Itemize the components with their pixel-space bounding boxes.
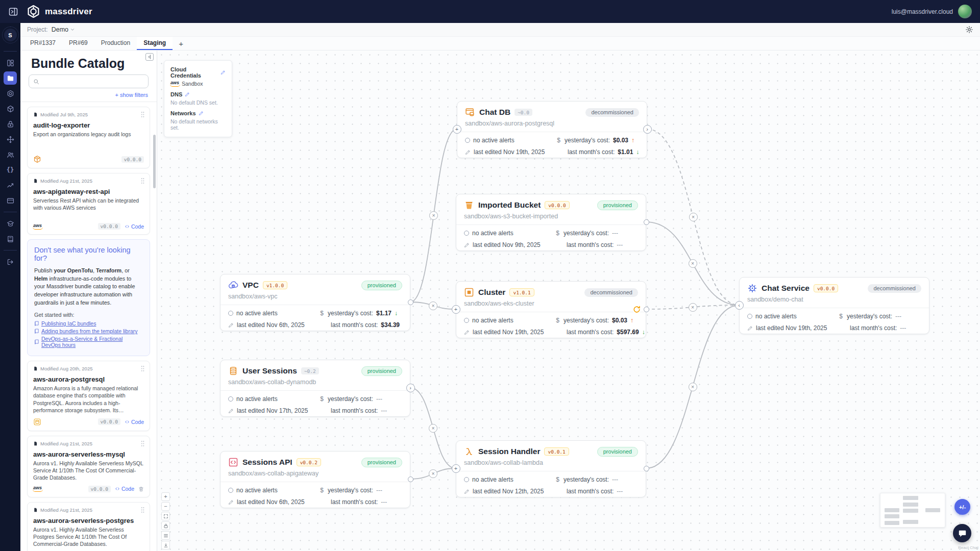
node-header: User Sessions~0.2provisioned: [228, 366, 402, 376]
env-value-text: No default DNS set.: [170, 99, 218, 106]
drag-handle[interactable]: [140, 365, 145, 372]
connector-handle[interactable]: [644, 307, 649, 312]
remove-connection-button[interactable]: ×: [689, 383, 697, 391]
download-button[interactable]: [161, 541, 170, 549]
sidebar-item-learn[interactable]: [4, 217, 17, 230]
sidebar-item-docs[interactable]: [4, 232, 17, 245]
connector-handle[interactable]: [644, 219, 649, 225]
node-title: Cluster: [478, 288, 505, 297]
card-modified: Modified Jul 9th, 2025: [33, 112, 144, 117]
yesterday-label: yesterday's cost:: [328, 310, 373, 317]
remove-connection-button[interactable]: ×: [689, 259, 697, 268]
bundle-card-aws-aurora-postgresql[interactable]: Modified Aug 20th, 2025aws-aurora-postgr…: [27, 361, 150, 431]
search-input[interactable]: [42, 78, 144, 85]
scrollbar-thumb[interactable]: [153, 135, 156, 188]
user-avatar[interactable]: [958, 5, 972, 18]
tab-pr-1337[interactable]: PR#1337: [23, 37, 62, 50]
drag-handle[interactable]: [140, 111, 145, 118]
zoom-in-button[interactable]: +: [161, 492, 170, 501]
show-filters-link[interactable]: + show filters: [115, 92, 148, 98]
drift-warning-icon[interactable]: [632, 305, 641, 314]
connector-handle[interactable]: [644, 466, 649, 471]
alerts-label: no active alerts: [755, 313, 797, 320]
sidebar-item-metrics[interactable]: [4, 179, 17, 192]
bundle-card-aws-aurora-serverless-mysql[interactable]: Modified Aug 21st, 2025aws-aurora-server…: [27, 436, 150, 497]
node-vpc[interactable]: VPCv1.0.0provisionedsandbox/aws-vpcno ac…: [220, 274, 410, 331]
bundle-card-aws-aurora-serverless-postgres[interactable]: Modified Aug 21st, 2025aws-aurora-server…: [27, 502, 150, 551]
expand-connections-button[interactable]: ›: [643, 125, 652, 134]
node-cluster[interactable]: Clusterv1.0.1decommissionedsandbox/aws-e…: [456, 281, 646, 338]
edit-pencil-icon[interactable]: [220, 70, 226, 75]
lock-button[interactable]: [161, 521, 170, 530]
drag-handle[interactable]: [140, 507, 145, 513]
bundle-card-audit-log-exporter[interactable]: Modified Jul 9th, 2025audit-log-exporter…: [27, 107, 150, 168]
infrastructure-canvas[interactable]: Cloud CredentialsawsSandboxDNSNo default…: [157, 51, 980, 551]
delete-bundle-button[interactable]: [138, 486, 144, 492]
sidebar-item-bundles[interactable]: [4, 102, 17, 115]
remove-connection-button[interactable]: ×: [689, 303, 697, 312]
drag-handle[interactable]: [140, 178, 145, 184]
collapse-panel-button[interactable]: [145, 53, 154, 61]
chat-db-icon: [465, 107, 475, 117]
month-cost: last month's cost:---: [555, 488, 638, 495]
add-connection-handle[interactable]: +: [453, 125, 461, 134]
sidebar-item-dashboard[interactable]: [4, 56, 17, 69]
sidebar-item-projects[interactable]: [4, 71, 17, 85]
org-avatar[interactable]: S: [4, 29, 17, 41]
drag-handle[interactable]: [140, 440, 145, 447]
add-connection-handle[interactable]: +: [452, 464, 460, 473]
remove-connection-button[interactable]: ×: [429, 211, 438, 220]
tab-production[interactable]: Production: [94, 37, 137, 50]
sidebar-item-deployments[interactable]: [4, 133, 17, 146]
sidebar-item-logout[interactable]: [4, 255, 17, 268]
version-badge: v0.0.2: [297, 458, 321, 466]
node-imported-bucket[interactable]: Imported Bucketv0.0.0provisionedsandbox/…: [456, 194, 646, 251]
promo-doc-link[interactable]: Publishing IaC bundles: [34, 320, 143, 327]
sidebar-item-secrets[interactable]: [4, 117, 17, 131]
sidebar-item-teams[interactable]: [4, 148, 17, 161]
remove-connection-button[interactable]: ×: [689, 213, 698, 221]
remove-connection-button[interactable]: ×: [429, 424, 437, 433]
bundle-file-icon: [33, 441, 38, 446]
node-user-sessions[interactable]: User Sessions~0.2provisionedsandbox/aws-…: [220, 360, 410, 417]
edit-pencil-icon[interactable]: [185, 92, 190, 97]
chat-button[interactable]: [953, 524, 971, 542]
card-modified: Modified Aug 21st, 2025: [33, 178, 144, 184]
connector-handle[interactable]: [408, 477, 413, 482]
brand-name: massdriver: [45, 7, 92, 17]
promo-doc-link[interactable]: DevOps-as-a-Service & Fractional DevOps …: [34, 336, 143, 348]
node-session-handler[interactable]: Session Handlerv0.0.1provisionedsandbox/…: [456, 440, 646, 497]
last-edited: last edited Nov 6th, 2025: [228, 498, 319, 506]
minimap[interactable]: [880, 493, 945, 528]
sidebar-item-packages[interactable]: [4, 87, 17, 100]
sidebar-item-api[interactable]: {}: [4, 163, 17, 177]
expand-connections-button[interactable]: ›: [406, 384, 415, 392]
node-chat-db[interactable]: Chat DB~0.0decommissionedsandbox/aws-aur…: [457, 101, 647, 158]
remove-connection-button[interactable]: ×: [429, 302, 437, 310]
braces-icon: {}: [7, 166, 14, 173]
remove-connection-button[interactable]: ×: [429, 469, 437, 478]
promo-doc-link[interactable]: Adding bundles from the template library: [34, 328, 143, 334]
edit-pencil-icon[interactable]: [199, 111, 204, 116]
node-chat-service[interactable]: Chat Servicev0.0.0decommissionedsandbox/…: [739, 277, 929, 334]
add-environment-button[interactable]: +: [173, 37, 189, 50]
code-link[interactable]: Code: [125, 223, 144, 230]
add-connection-handle[interactable]: +: [452, 305, 460, 314]
sidebar-collapse-icon[interactable]: [8, 7, 18, 17]
aws-logo-icon: aws: [170, 81, 179, 87]
diff-toggle-button[interactable]: +/-: [954, 499, 970, 515]
zoom-out-button[interactable]: −: [161, 502, 170, 511]
gear-icon[interactable]: [965, 26, 973, 34]
bundle-card-aws-apigateway-rest-api[interactable]: Modified Aug 21st, 2025aws-apigateway-re…: [27, 173, 150, 235]
code-link[interactable]: Code: [125, 419, 144, 425]
connector-handle[interactable]: [408, 299, 413, 305]
node-sessions-api[interactable]: Sessions APIv0.0.2provisionedsandbox/aws…: [220, 451, 410, 508]
expand-connections-button[interactable]: ‹: [735, 301, 744, 310]
tab-pr-69[interactable]: PR#69: [62, 37, 94, 50]
tab-staging[interactable]: Staging: [137, 37, 173, 50]
project-selector[interactable]: Demo: [52, 26, 75, 33]
code-link[interactable]: Code: [115, 486, 134, 492]
auto-layout-button[interactable]: [161, 531, 170, 540]
fit-view-button[interactable]: [161, 512, 170, 520]
sidebar-item-billing[interactable]: [4, 194, 17, 207]
